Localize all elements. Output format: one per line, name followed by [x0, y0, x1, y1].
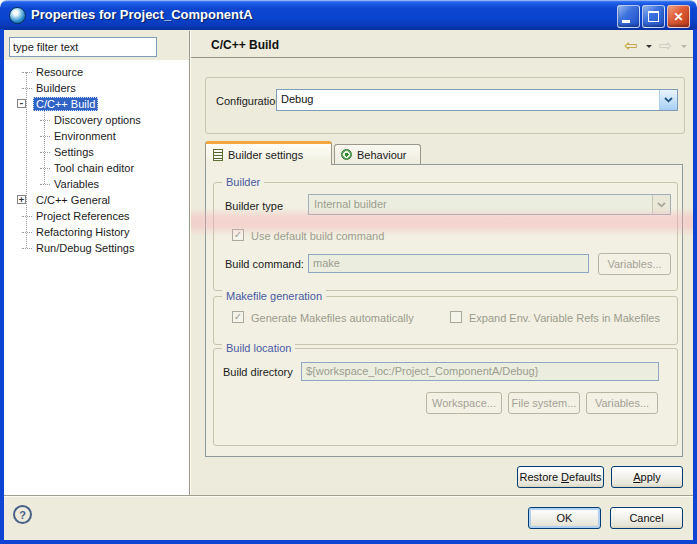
collapse-icon[interactable]: -: [17, 99, 26, 108]
use-default-build-command-checkbox: ✓: [232, 229, 244, 241]
restore-defaults-button[interactable]: Restore Defaults: [517, 466, 604, 488]
build-directory-field: ${workspace_loc:/Project_ComponentA/Debu…: [301, 362, 659, 381]
tree-item-settings[interactable]: Settings: [4, 144, 189, 160]
configuration-group: Configuration: Debug: [205, 77, 685, 134]
panel-divider-highlight: [190, 31, 191, 496]
tab-builder-settings[interactable]: Builder settings: [205, 141, 332, 165]
builder-type-combobox: Internal builder: [308, 194, 671, 215]
build-directory-label: Build directory: [223, 366, 293, 378]
tree-item-run-debug-settings[interactable]: Run/Debug Settings: [4, 240, 189, 256]
minimize-button[interactable]: [617, 5, 640, 28]
build-location-group-title: Build location: [222, 342, 295, 354]
header-separator: [191, 57, 693, 58]
expand-env-refs-label: Expand Env. Variable Refs in Makefiles: [469, 312, 660, 324]
forward-icon: ⇨: [659, 36, 672, 55]
tree-item-builders[interactable]: Builders: [4, 80, 189, 96]
builder-group: Builder Builder type Internal builder ✓ …: [213, 182, 678, 291]
generate-makefiles-checkbox: ✓: [232, 311, 244, 323]
tree-item-environment[interactable]: Environment: [4, 128, 189, 144]
configuration-value: Debug: [281, 93, 313, 105]
use-default-build-command-label: Use default build command: [251, 230, 384, 242]
behaviour-icon: [341, 149, 352, 160]
app-icon: [9, 7, 26, 24]
chevron-down-icon: [652, 195, 670, 214]
build-location-group: Build location Build directory ${workspa…: [213, 348, 678, 446]
minimize-icon: [622, 20, 630, 23]
workspace-button: Workspace...: [426, 392, 502, 414]
back-icon[interactable]: ⇦: [624, 36, 637, 55]
back-dropdown-caret[interactable]: [646, 45, 652, 48]
expand-env-refs-checkbox: [450, 311, 462, 323]
tree-item-variables[interactable]: Variables: [4, 176, 189, 192]
filter-input[interactable]: [9, 37, 157, 57]
properties-dialog: Properties for Project_ComponentA ✕ Reso…: [0, 0, 697, 544]
expand-icon[interactable]: +: [17, 195, 26, 204]
build-command-field: make: [308, 254, 589, 273]
window-title: Properties for Project_ComponentA: [31, 0, 253, 29]
help-button[interactable]: ?: [13, 505, 32, 524]
chevron-down-icon[interactable]: [659, 90, 677, 110]
cancel-button[interactable]: Cancel: [610, 507, 683, 529]
tree-item-cpp-general[interactable]: +C/C++ General: [4, 192, 189, 208]
tree-item-project-references[interactable]: Project References: [4, 208, 189, 224]
tab-behaviour[interactable]: Behaviour: [334, 144, 421, 164]
tree-item-discovery-options[interactable]: Discovery options: [4, 112, 189, 128]
help-icon: ?: [19, 509, 26, 521]
check-icon: ✓: [234, 311, 242, 322]
check-icon: ✓: [234, 229, 242, 240]
builder-type-label: Builder type: [225, 200, 283, 212]
configuration-combobox[interactable]: Debug: [276, 89, 678, 111]
apply-button[interactable]: Apply: [611, 466, 683, 488]
builder-type-value: Internal builder: [314, 198, 387, 210]
build-command-label: Build command:: [225, 258, 304, 270]
close-icon: ✕: [673, 10, 683, 24]
properties-tree: Resource Builders -C/C++ Build Discovery…: [4, 60, 189, 496]
maximize-icon: [648, 11, 659, 22]
tree-item-resource[interactable]: Resource: [4, 64, 189, 80]
variables-button: Variables...: [598, 253, 671, 275]
makefile-generation-group: Makefile generation ✓ Generate Makefiles…: [213, 296, 678, 345]
maximize-button[interactable]: [642, 5, 665, 28]
builder-group-title: Builder: [222, 176, 264, 188]
ok-button[interactable]: OK: [528, 507, 601, 529]
variables-location-button: Variables...: [586, 392, 658, 414]
title-bar[interactable]: Properties for Project_ComponentA ✕: [0, 0, 697, 30]
builder-settings-icon: [213, 149, 223, 161]
footer-separator-highlight: [4, 496, 693, 497]
forward-dropdown-caret: [681, 45, 687, 48]
tree-item-cpp-build[interactable]: -C/C++ Build: [4, 96, 189, 112]
tree-item-tool-chain-editor[interactable]: Tool chain editor: [4, 160, 189, 176]
close-button[interactable]: ✕: [667, 5, 690, 28]
makefile-group-title: Makefile generation: [222, 290, 326, 302]
generate-makefiles-label: Generate Makefiles automatically: [251, 312, 414, 324]
configuration-label: Configuration:: [216, 95, 285, 107]
file-system-button: File system...: [508, 392, 580, 414]
tree-item-refactoring-history[interactable]: Refactoring History: [4, 224, 189, 240]
page-title: C/C++ Build: [211, 38, 279, 52]
